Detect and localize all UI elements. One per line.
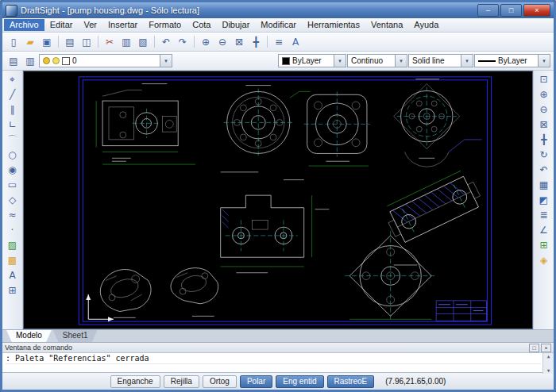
menu-insertar[interactable]: Insertar bbox=[102, 19, 143, 31]
menu-modificar[interactable]: Modificar bbox=[255, 19, 302, 31]
line-width-combo[interactable]: ByLayer ▼ bbox=[474, 54, 550, 67]
named-views-icon[interactable]: ▦ bbox=[536, 178, 552, 192]
arc-icon[interactable]: ⌒ bbox=[5, 133, 21, 147]
circle-icon[interactable]: ○ bbox=[5, 148, 21, 162]
undo-icon[interactable]: ↶ bbox=[158, 34, 174, 49]
spline-icon[interactable]: ≈ bbox=[5, 208, 21, 222]
command-input[interactable] bbox=[6, 363, 541, 373]
pan-icon[interactable]: ╋ bbox=[536, 133, 552, 147]
select-icon[interactable]: ⌖ bbox=[5, 72, 21, 86]
properties-icon[interactable]: ≡ bbox=[271, 34, 287, 49]
menu-editar[interactable]: Editar bbox=[44, 19, 79, 31]
annotation-icon[interactable]: A bbox=[288, 34, 303, 49]
draw-toolbar: ⌖ ╱ ∥ ∟ ⌒ ○ ◉ ▭ ◇ ≈ · ▨ ▩ A ⊞ bbox=[2, 71, 23, 329]
title-bar: DraftSight - [pump housing.dwg - Sólo le… bbox=[2, 2, 554, 18]
zoom-out-icon[interactable]: ⊖ bbox=[214, 34, 230, 49]
save-icon[interactable]: ▣ bbox=[39, 34, 55, 49]
status-eng-entid[interactable]: Eng entid bbox=[276, 375, 323, 388]
menu-ver[interactable]: Ver bbox=[78, 19, 102, 31]
zoom-fit-icon[interactable]: ⊠ bbox=[231, 34, 247, 49]
chevron-down-icon[interactable]: ▼ bbox=[160, 55, 172, 67]
new-icon[interactable]: ▯ bbox=[6, 34, 21, 49]
chevron-down-icon[interactable]: ▼ bbox=[334, 55, 346, 67]
layers-manager-icon[interactable]: ▤ bbox=[6, 53, 21, 68]
zoom-in-icon[interactable]: ⊕ bbox=[198, 34, 214, 49]
scroll-up-icon[interactable]: ▲ bbox=[547, 353, 550, 359]
infinite-line-icon[interactable]: ∥ bbox=[5, 102, 21, 117]
menu-ayuda[interactable]: Ayuda bbox=[408, 19, 444, 31]
paste-icon[interactable]: ▧ bbox=[135, 34, 151, 49]
line-icon[interactable]: ╱ bbox=[5, 87, 21, 102]
cut-icon[interactable]: ✂ bbox=[102, 34, 118, 49]
maximize-button[interactable]: □ bbox=[500, 4, 522, 17]
print-icon[interactable]: ▤ bbox=[62, 34, 78, 49]
menu-dibujar[interactable]: Dibujar bbox=[216, 19, 255, 31]
measure-icon[interactable]: ∠ bbox=[536, 223, 552, 237]
zoom-fit-icon[interactable]: ⊠ bbox=[536, 117, 552, 132]
menu-formato[interactable]: Formato bbox=[143, 19, 187, 31]
toolbar-separator bbox=[98, 36, 98, 48]
tab-modelo[interactable]: Modelo bbox=[6, 330, 52, 342]
status-polar[interactable]: Polar bbox=[240, 375, 272, 388]
point-icon[interactable]: · bbox=[5, 223, 21, 237]
color-swatch bbox=[282, 57, 290, 65]
status-ortog[interactable]: Ortog bbox=[203, 375, 237, 388]
polyline-icon[interactable]: ∟ bbox=[5, 117, 21, 132]
line-color-value: ByLayer bbox=[292, 56, 322, 65]
table-icon[interactable]: ⊞ bbox=[5, 283, 21, 298]
app-window: DraftSight - [pump housing.dwg - Sólo le… bbox=[0, 0, 556, 392]
rectangle-icon[interactable]: ▭ bbox=[5, 178, 21, 192]
copy-icon[interactable]: ▥ bbox=[118, 34, 134, 49]
chevron-down-icon[interactable]: ▼ bbox=[461, 55, 473, 67]
chevron-down-icon[interactable]: ▼ bbox=[395, 55, 407, 67]
layer-color-chip bbox=[62, 57, 70, 65]
line-weight-combo[interactable]: Solid line ▼ bbox=[408, 54, 473, 67]
command-window: Ventana de comando □ × : Paleta "Referen… bbox=[2, 342, 554, 372]
chevron-down-icon[interactable]: ▼ bbox=[538, 55, 550, 67]
menu-herramientas[interactable]: Herramientas bbox=[302, 19, 365, 31]
layer-preview-icon[interactable]: ▥ bbox=[22, 53, 38, 68]
close-icon[interactable]: × bbox=[541, 344, 551, 352]
layer-combo[interactable]: 0 ▼ bbox=[39, 54, 172, 67]
scroll-down-icon[interactable]: ▼ bbox=[547, 367, 550, 374]
line-sample bbox=[478, 60, 496, 62]
status-rastreoe[interactable]: RastreoE bbox=[327, 375, 375, 388]
polygon-icon[interactable]: ◇ bbox=[5, 193, 21, 207]
zoom-out-icon[interactable]: ⊖ bbox=[536, 102, 552, 117]
grid-icon[interactable]: ⊞ bbox=[536, 238, 552, 252]
minimize-button[interactable]: – bbox=[477, 4, 499, 17]
menu-archivo[interactable]: Archivo bbox=[4, 19, 44, 31]
float-icon[interactable]: □ bbox=[529, 344, 539, 352]
drawing-canvas[interactable] bbox=[23, 71, 533, 329]
tab-sheet1[interactable]: Sheet1 bbox=[53, 330, 98, 342]
toolbar-separator bbox=[154, 36, 155, 48]
pan-icon[interactable]: ╋ bbox=[248, 34, 264, 49]
print-preview-icon[interactable]: ◫ bbox=[79, 34, 95, 49]
menu-bar: Archivo Editar Ver Insertar Formato Cota… bbox=[2, 18, 554, 33]
zoom-window-icon[interactable]: ⊡ bbox=[536, 72, 552, 86]
line-style-combo[interactable]: Continuo ▼ bbox=[347, 54, 407, 67]
ellipse-icon[interactable]: ◉ bbox=[5, 163, 21, 177]
layers-icon[interactable]: ≣ bbox=[536, 208, 552, 222]
text-icon[interactable]: A bbox=[5, 268, 21, 282]
zoom-in-icon[interactable]: ⊕ bbox=[536, 87, 552, 102]
redo-icon[interactable]: ↷ bbox=[175, 34, 191, 49]
command-scrollbar[interactable]: ▲ ▼ bbox=[542, 353, 554, 374]
orbit-icon[interactable]: ↻ bbox=[536, 148, 552, 162]
options-icon[interactable]: ◈ bbox=[536, 253, 552, 267]
line-color-combo[interactable]: ByLayer ▼ bbox=[278, 54, 346, 67]
close-button[interactable]: × bbox=[523, 4, 550, 17]
view-toolbar: ⊡ ⊕ ⊖ ⊠ ╋ ↻ ↶ ▦ ◩ ≣ ∠ ⊞ ◈ bbox=[533, 71, 554, 329]
line-weight-value: Solid line bbox=[412, 56, 445, 65]
shade-icon[interactable]: ◩ bbox=[536, 193, 552, 207]
coordinates-readout: (7.96,21.65,0.00) bbox=[385, 377, 446, 386]
region-icon[interactable]: ▩ bbox=[5, 253, 21, 267]
view-previous-icon[interactable]: ↶ bbox=[536, 163, 552, 177]
status-bar: Enganche Rejilla Ortog Polar Eng entid R… bbox=[2, 372, 554, 390]
menu-ventana[interactable]: Ventana bbox=[365, 19, 408, 31]
menu-cota[interactable]: Cota bbox=[187, 19, 216, 31]
hatch-icon[interactable]: ▨ bbox=[5, 238, 21, 252]
open-icon[interactable]: ▰ bbox=[22, 34, 38, 49]
status-rejilla[interactable]: Rejilla bbox=[164, 375, 199, 388]
status-enganche[interactable]: Enganche bbox=[110, 375, 160, 388]
